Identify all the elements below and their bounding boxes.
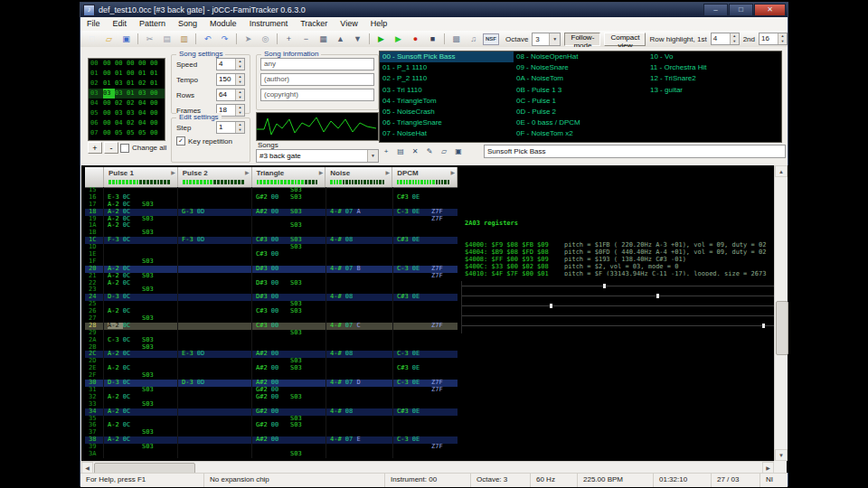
row-highlight-1st-stepper[interactable]: 4 ▲ ▼: [711, 33, 740, 45]
pattern-cell[interactable]: [177, 280, 251, 287]
compact-view-button[interactable]: Compact view: [604, 33, 646, 46]
pattern-cell[interactable]: C#3 00 S03: [251, 237, 326, 244]
pattern-cell[interactable]: 4-# 07 B: [326, 266, 392, 273]
tempo-stepper[interactable]: 150▲▼: [216, 73, 245, 86]
pattern-cell[interactable]: [392, 308, 458, 315]
instrument-item-12[interactable]: 12 - TriSnare2: [647, 73, 781, 84]
pattern-cell[interactable]: C#3 0E: [392, 365, 458, 372]
move-frame-down-icon[interactable]: ▼: [350, 32, 365, 46]
pattern-row[interactable]: 36A-2 0C G#2 00 S03: [85, 422, 458, 429]
pattern-cell[interactable]: Z7F: [392, 273, 458, 280]
pattern-cell[interactable]: [177, 429, 251, 436]
frame-pattern-cell[interactable]: 01: [103, 79, 115, 89]
pattern-cell[interactable]: [326, 344, 392, 352]
frame-pattern-cell[interactable]: 01: [150, 69, 162, 79]
frame-pattern-cell[interactable]: 00: [103, 59, 115, 69]
frame-row[interactable]: 070005050500: [89, 128, 165, 138]
scroll-down-icon[interactable]: ▼: [775, 449, 788, 461]
pattern-cell[interactable]: G#2 00: [251, 408, 326, 416]
paste-icon[interactable]: ▥: [176, 32, 192, 46]
instrument-item-0F[interactable]: 0F - NoiseTom x2: [514, 128, 647, 139]
frame-row[interactable]: 020103010201: [89, 79, 165, 89]
pattern-cell[interactable]: [392, 358, 458, 365]
pattern-cell[interactable]: C-3 0E Z7F: [392, 209, 458, 216]
pattern-cell[interactable]: [177, 358, 251, 365]
pattern-cell[interactable]: [177, 408, 251, 416]
edit-instrument-icon[interactable]: ✎: [422, 145, 437, 158]
frame-pattern-cell[interactable]: 00: [103, 69, 115, 79]
frame-pattern-cell[interactable]: 04: [115, 118, 127, 128]
pattern-cell[interactable]: [392, 344, 458, 352]
pattern-row[interactable]: 2F S03: [85, 372, 458, 380]
frame-pattern-cell[interactable]: 01: [127, 79, 138, 89]
pattern-cell[interactable]: [326, 280, 392, 287]
instrument-item-0D[interactable]: 0D - Pulse 2: [514, 107, 647, 117]
pattern-row[interactable]: 25 S03: [85, 301, 458, 308]
pattern-cell[interactable]: [326, 202, 392, 209]
pattern-cell[interactable]: [251, 401, 326, 408]
pattern-cell[interactable]: F-3 0C: [103, 237, 177, 244]
pattern-row[interactable]: 1B S03: [85, 230, 458, 237]
pattern-cell[interactable]: [177, 365, 251, 372]
copy-icon[interactable]: ▤: [159, 32, 175, 46]
pattern-cell[interactable]: D#3 00 S03: [251, 280, 326, 287]
pattern-row[interactable]: 29 S03: [85, 330, 458, 337]
pattern-row[interactable]: 39 S03 Z7F: [85, 444, 458, 451]
channel-header-noise[interactable]: Noise▶: [326, 167, 392, 187]
pattern-cell[interactable]: [177, 194, 251, 202]
close-button[interactable]: ✕: [754, 4, 786, 16]
save-icon[interactable]: ▣: [118, 32, 134, 46]
horizontal-scrollbar[interactable]: ◀ ▶: [81, 461, 774, 473]
frame-row[interactable]: 030303010300: [89, 89, 165, 99]
instrument-item-07[interactable]: 07 - NoiseHat: [380, 128, 514, 139]
pattern-cell[interactable]: [177, 315, 251, 323]
menu-tracker[interactable]: Tracker: [294, 17, 334, 31]
pattern-row[interactable]: 28A-2 0C C#3 00 4-# 07 C Z7F: [85, 323, 458, 330]
instrument-item-01[interactable]: 01 - P_1 1110: [380, 62, 514, 73]
row-highlight-2nd-stepper[interactable]: 16 ▲ ▼: [759, 33, 788, 45]
pattern-cell[interactable]: S03: [251, 451, 326, 458]
frame-pattern-cell[interactable]: 00: [115, 59, 127, 69]
frame-pattern-cell[interactable]: 05: [127, 128, 138, 138]
pattern-row[interactable]: 20A-2 0C D#3 00 4-# 07 B C-3 0E Z7F: [85, 266, 458, 273]
pattern-cell[interactable]: A-2 0C: [103, 222, 177, 230]
pattern-cell[interactable]: A#2 00: [251, 380, 326, 387]
menu-view[interactable]: View: [334, 17, 363, 31]
pattern-cell[interactable]: [103, 330, 177, 337]
pattern-cell[interactable]: [392, 416, 458, 423]
pattern-cell[interactable]: [326, 258, 392, 266]
pattern-cell[interactable]: Z7F: [392, 216, 458, 223]
pattern-cell[interactable]: 4-# 08: [326, 294, 392, 301]
pattern-cell[interactable]: [326, 244, 392, 251]
maximize-button[interactable]: □: [729, 4, 753, 16]
pattern-cell[interactable]: S03: [251, 358, 326, 365]
pattern-cell[interactable]: [326, 216, 392, 223]
frame-pattern-cell[interactable]: 04: [138, 118, 150, 128]
vertical-scrollbar[interactable]: ▲ ▼: [774, 165, 788, 461]
frame-pattern-cell[interactable]: 00: [127, 59, 138, 69]
frame-row[interactable]: 010001000101: [89, 69, 165, 79]
spin-down-icon[interactable]: ▼: [236, 127, 244, 133]
frame-list[interactable]: 0000000000000100010001010201030102010303…: [88, 58, 165, 141]
pattern-cell[interactable]: S03: [251, 222, 326, 230]
pattern-cell[interactable]: [326, 301, 392, 308]
scroll-right-icon[interactable]: ▶: [762, 462, 774, 473]
pattern-cell[interactable]: 4-# 07 D: [326, 380, 392, 387]
pattern-cell[interactable]: [326, 286, 392, 294]
spin-down-icon[interactable]: ▼: [236, 64, 244, 70]
pattern-cell[interactable]: [326, 187, 392, 194]
instrument-item-00[interactable]: 00 - Sunsoft Pick Bass: [380, 52, 514, 62]
pattern-cell[interactable]: [326, 394, 392, 401]
frame-pattern-cell[interactable]: 00: [103, 118, 115, 128]
new-file-icon[interactable]: □: [84, 32, 99, 46]
pattern-cell[interactable]: [177, 436, 251, 444]
pattern-row[interactable]: 22A-2 0C D#3 00 S03: [85, 280, 458, 287]
channel-header-dpcm[interactable]: DPCM▶: [392, 167, 458, 187]
pattern-cell[interactable]: A#2 00: [251, 351, 326, 358]
pattern-cell[interactable]: [326, 273, 392, 280]
pattern-cell[interactable]: [177, 372, 251, 380]
pattern-cell[interactable]: S03: [103, 401, 177, 408]
pattern-cell[interactable]: 4-# 07 E: [326, 436, 392, 444]
frame-pattern-cell[interactable]: 03: [138, 89, 150, 99]
pattern-cell[interactable]: [392, 422, 458, 429]
